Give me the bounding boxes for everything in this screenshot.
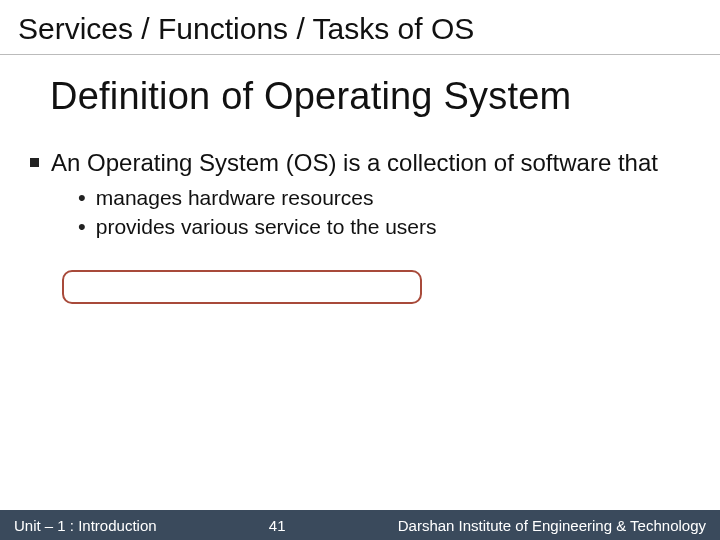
- footer-unit: Unit – 1 : Introduction: [14, 517, 157, 534]
- slide-title: Definition of Operating System: [50, 75, 690, 118]
- square-bullet-icon: [30, 158, 39, 167]
- dot-bullet-icon: •: [78, 187, 86, 209]
- footer-page-number: 41: [157, 517, 398, 534]
- highlight-annotation: [62, 270, 422, 304]
- slide-header: Services / Functions / Tasks of OS: [0, 0, 720, 55]
- sub-bullet-list: • manages hardware resources • provides …: [78, 184, 690, 241]
- sub-bullet-item: • manages hardware resources: [78, 184, 690, 211]
- sub-bullet-text: manages hardware resources: [96, 184, 374, 211]
- header-title: Services / Functions / Tasks of OS: [18, 12, 702, 46]
- footer-institution: Darshan Institute of Engineering & Techn…: [398, 517, 706, 534]
- slide-footer: Unit – 1 : Introduction 41 Darshan Insti…: [0, 510, 720, 540]
- sub-bullet-item: • provides various service to the users: [78, 213, 690, 240]
- bullet-item: An Operating System (OS) is a collection…: [30, 148, 690, 178]
- dot-bullet-icon: •: [78, 216, 86, 238]
- bullet-text: An Operating System (OS) is a collection…: [51, 148, 658, 178]
- slide-body: Definition of Operating System An Operat…: [0, 55, 720, 241]
- sub-bullet-text: provides various service to the users: [96, 213, 437, 240]
